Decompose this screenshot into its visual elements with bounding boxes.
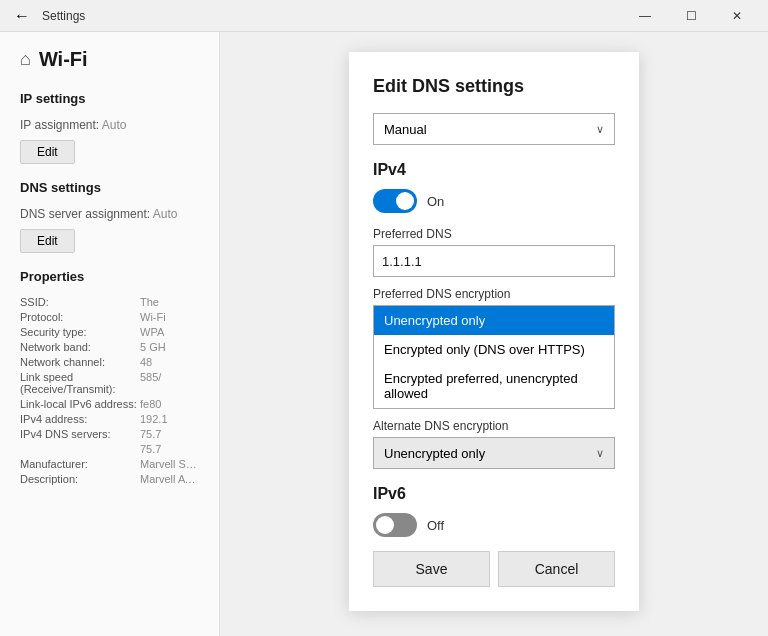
toggle-thumb bbox=[396, 192, 414, 210]
ipv4-toggle-label: On bbox=[427, 194, 444, 209]
toggle-thumb bbox=[376, 516, 394, 534]
alt-dns-enc-label: Alternate DNS encryption bbox=[373, 419, 615, 433]
dns-settings-heading: DNS settings bbox=[20, 180, 199, 195]
chevron-down-icon: ∨ bbox=[596, 123, 604, 136]
preferred-dns-label: Preferred DNS bbox=[373, 227, 615, 241]
preferred-dns-enc-dropdown[interactable]: Unencrypted only Encrypted only (DNS ove… bbox=[373, 305, 615, 409]
ipv6-toggle-label: Off bbox=[427, 518, 444, 533]
maximize-button[interactable]: ☐ bbox=[668, 0, 714, 32]
ipv6-toggle-row: Off bbox=[373, 513, 615, 537]
panel-header: ⌂ Wi-Fi bbox=[20, 48, 199, 71]
preferred-dns-input[interactable] bbox=[373, 245, 615, 277]
property-row: Link speed (Receive/Transmit):585/ bbox=[20, 371, 199, 395]
ip-edit-button[interactable]: Edit bbox=[20, 140, 75, 164]
dns-settings-section: DNS settings DNS server assignment: Auto… bbox=[20, 180, 199, 253]
property-row: Security type:WPA bbox=[20, 326, 199, 338]
cancel-button[interactable]: Cancel bbox=[498, 551, 615, 587]
property-row: Network channel:48 bbox=[20, 356, 199, 368]
ipv4-heading: IPv4 bbox=[373, 161, 615, 179]
property-row: Manufacturer:Marvell Semiconductors, Inc… bbox=[20, 458, 199, 470]
property-row: IPv4 DNS servers:75.7 bbox=[20, 428, 199, 440]
property-row: Network band:5 GH bbox=[20, 341, 199, 353]
property-row: Protocol:Wi-Fi bbox=[20, 311, 199, 323]
main-layout: ⌂ Wi-Fi IP settings IP assignment: Auto … bbox=[0, 32, 768, 636]
dialog-buttons: Save Cancel bbox=[373, 551, 615, 587]
properties-heading: Properties bbox=[20, 269, 199, 284]
title-bar: ← Settings — ☐ ✕ bbox=[0, 0, 768, 32]
close-button[interactable]: ✕ bbox=[714, 0, 760, 32]
ip-settings-section: IP settings IP assignment: Auto Edit bbox=[20, 91, 199, 164]
ipv6-section: IPv6 Off bbox=[373, 485, 615, 537]
minimize-button[interactable]: — bbox=[622, 0, 668, 32]
back-button[interactable]: ← bbox=[8, 2, 36, 30]
alt-dns-enc-value: Unencrypted only bbox=[384, 446, 485, 461]
right-panel: Edit DNS settings Manual ∨ IPv4 On Prefe… bbox=[220, 32, 768, 636]
save-button[interactable]: Save bbox=[373, 551, 490, 587]
ipv6-heading: IPv6 bbox=[373, 485, 615, 503]
dialog-title: Edit DNS settings bbox=[373, 76, 615, 97]
window-title: Settings bbox=[42, 9, 85, 23]
properties-section: Properties SSID:TheProtocol:Wi-FiSecurit… bbox=[20, 269, 199, 485]
panel-title: Wi-Fi bbox=[39, 48, 88, 71]
enc-option-unencrypted[interactable]: Unencrypted only bbox=[374, 306, 614, 335]
property-row: IPv4 address:192.1 bbox=[20, 413, 199, 425]
dns-assignment-label: DNS server assignment: Auto bbox=[20, 207, 199, 221]
ipv4-section: IPv4 On Preferred DNS Preferred DNS encr… bbox=[373, 161, 615, 469]
wifi-icon: ⌂ bbox=[20, 49, 31, 70]
property-row: 75.7 bbox=[20, 443, 199, 455]
dns-edit-button[interactable]: Edit bbox=[20, 229, 75, 253]
window-controls: — ☐ ✕ bbox=[622, 0, 760, 32]
property-row: Description:Marvell AVASTAR Wireless-AC bbox=[20, 473, 199, 485]
ipv4-toggle[interactable] bbox=[373, 189, 417, 213]
enc-option-encrypted-preferred[interactable]: Encrypted preferred, unencrypted allowed bbox=[374, 364, 614, 408]
mode-dropdown[interactable]: Manual ∨ bbox=[373, 113, 615, 145]
mode-dropdown-value: Manual bbox=[384, 122, 427, 137]
property-row: Link-local IPv6 address:fe80 bbox=[20, 398, 199, 410]
edit-dns-dialog: Edit DNS settings Manual ∨ IPv4 On Prefe… bbox=[349, 52, 639, 611]
property-row: SSID:The bbox=[20, 296, 199, 308]
ipv6-toggle[interactable] bbox=[373, 513, 417, 537]
left-panel: ⌂ Wi-Fi IP settings IP assignment: Auto … bbox=[0, 32, 220, 636]
ip-settings-heading: IP settings bbox=[20, 91, 199, 106]
ipv4-toggle-row: On bbox=[373, 189, 615, 213]
preferred-dns-enc-label: Preferred DNS encryption bbox=[373, 287, 615, 301]
alt-dns-enc-dropdown[interactable]: Unencrypted only ∨ bbox=[373, 437, 615, 469]
alt-dns-chevron-down-icon: ∨ bbox=[596, 447, 604, 460]
enc-option-encrypted-only[interactable]: Encrypted only (DNS over HTTPS) bbox=[374, 335, 614, 364]
ip-assignment-label: IP assignment: Auto bbox=[20, 118, 199, 132]
